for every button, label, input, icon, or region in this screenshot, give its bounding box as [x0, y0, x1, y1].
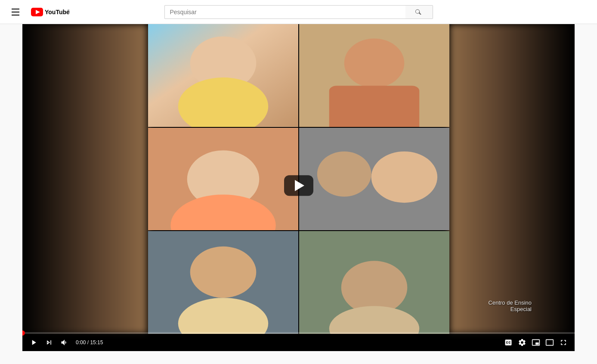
grid-cell-6	[299, 231, 449, 334]
play-icon	[29, 338, 38, 347]
search-input[interactable]	[164, 5, 405, 19]
grid-cell-5	[148, 231, 298, 334]
settings-icon	[518, 338, 526, 347]
grid-cell-1	[148, 24, 298, 127]
video-watermark: Centro de Ensino Especial	[489, 299, 532, 312]
youtube-logo[interactable]: YouTube BR	[31, 8, 70, 16]
svg-point-17	[190, 247, 256, 298]
search-button[interactable]	[405, 5, 433, 19]
watermark-line2: Especial	[489, 306, 532, 312]
menu-button[interactable]	[7, 3, 24, 21]
right-blur-panel	[450, 24, 575, 334]
play-button-overlay[interactable]	[284, 175, 313, 196]
search-icon	[415, 9, 422, 15]
video-thumbnail[interactable]: Centro de Ensino Especial	[22, 24, 575, 351]
progress-bar[interactable]	[22, 332, 575, 334]
search-form	[164, 5, 433, 19]
hamburger-line	[12, 9, 19, 9]
captions-icon	[504, 338, 513, 347]
theater-button[interactable]	[544, 336, 556, 349]
watermark-line1: Centro de Ensino	[489, 299, 532, 306]
svg-point-14	[317, 151, 371, 197]
svg-rect-9	[329, 86, 419, 126]
controls-bar: 0:00 / 15:15	[22, 334, 575, 351]
next-button[interactable]	[43, 336, 55, 349]
time-display: 0:00 / 15:15	[76, 339, 103, 345]
hamburger-line	[12, 12, 19, 12]
current-time: 0:00	[76, 339, 86, 345]
fullscreen-icon	[559, 338, 568, 347]
header: YouTube BR	[0, 0, 597, 24]
youtube-icon: YouTube BR	[31, 8, 70, 16]
settings-button[interactable]	[516, 336, 528, 349]
svg-point-8	[344, 38, 404, 88]
svg-text:BR: BR	[68, 9, 70, 12]
play-control-button[interactable]	[28, 336, 40, 349]
volume-button[interactable]	[59, 336, 71, 349]
miniplayer-button[interactable]	[530, 336, 542, 349]
svg-text:YouTube: YouTube	[45, 9, 70, 15]
svg-point-15	[371, 151, 437, 203]
grid-cell-4	[299, 128, 449, 231]
next-icon	[45, 338, 53, 347]
grid-cell-3	[148, 128, 298, 231]
grid-cell-2	[299, 24, 449, 127]
time-separator: /	[86, 339, 90, 345]
controls-right	[502, 336, 569, 349]
captions-button[interactable]	[502, 336, 514, 349]
video-container: Centro de Ensino Especial	[22, 24, 575, 351]
fullscreen-button[interactable]	[557, 336, 569, 349]
volume-icon	[60, 338, 69, 347]
total-time: 15:15	[90, 339, 103, 345]
theater-icon	[545, 338, 554, 347]
miniplayer-icon	[532, 338, 540, 347]
left-blur-panel	[22, 24, 147, 334]
hamburger-line	[12, 15, 19, 15]
